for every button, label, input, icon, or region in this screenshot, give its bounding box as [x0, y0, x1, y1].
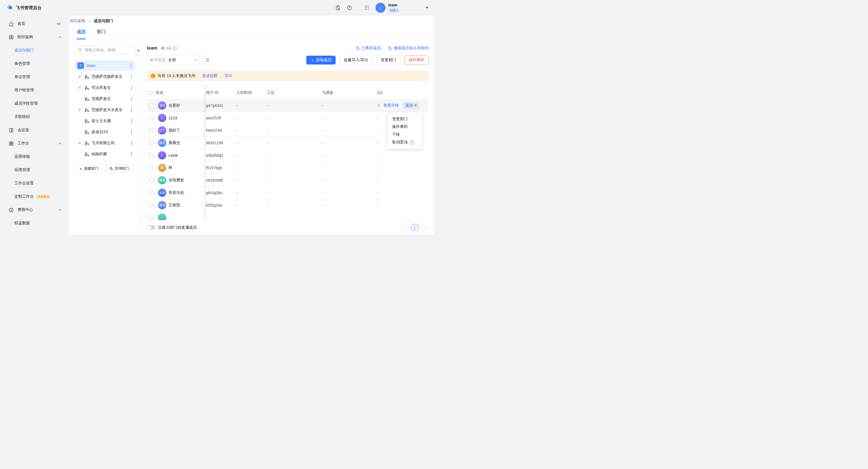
expand-arrow-icon[interactable]	[79, 87, 83, 89]
table-row[interactable]: 更好 会更好 g47g4341 - - - 查看详情 更多	[147, 99, 429, 112]
department-icon	[85, 108, 89, 112]
manage-department-button[interactable]: 管理部门	[105, 164, 133, 173]
table-row[interactable]: LLexie a4bd5dg3----	[147, 149, 429, 162]
row-checkbox[interactable]	[149, 166, 153, 170]
add-member-button[interactable]: ＋添加成员	[306, 56, 336, 65]
more-button[interactable]: 更多	[403, 102, 419, 109]
sidebar-item-member-fields[interactable]: 成员字段管理	[0, 97, 69, 110]
table-row[interactable]: 好了就好了 f46c8749----	[147, 124, 429, 137]
more-actions-icon[interactable]	[130, 74, 133, 80]
more-actions-icon[interactable]	[130, 140, 133, 146]
change-department-button[interactable]: 变更部门	[377, 56, 400, 65]
invite-members-link[interactable]: 邀请成员加入本组织	[388, 46, 429, 51]
tree-item-dept[interactable]: 发送3123	[75, 127, 135, 138]
info-icon[interactable]: i	[173, 46, 177, 51]
column-settings-button[interactable]	[203, 56, 212, 65]
row-checkbox[interactable]	[149, 104, 153, 108]
tree-item-dept[interactable]: 结核杆菌	[75, 149, 135, 160]
table-row[interactable]: 俊凯王俊凯 b5f3g24a----	[147, 199, 429, 211]
row-checkbox[interactable]	[149, 154, 153, 158]
view-detail-link[interactable]: 查看详情	[383, 103, 399, 108]
tree-item-dept[interactable]: 飞书有限公司	[75, 138, 135, 149]
table-row[interactable]: 生的所发生的 g6c4g3bc----	[147, 187, 429, 199]
caret-down-icon	[414, 105, 417, 106]
sidebar-item-cost-center[interactable]: $ 费用中心	[0, 203, 69, 216]
more-actions-icon[interactable]	[130, 85, 133, 91]
department-tree: 范德萨范德萨发生 司法所发生 范德萨发生	[75, 71, 135, 160]
user-menu-caret-icon[interactable]	[426, 7, 429, 8]
tree-item-dept[interactable]: 范德萨发大水发生	[75, 104, 135, 115]
search-input[interactable]	[85, 47, 132, 52]
row-checkbox[interactable]	[149, 129, 153, 133]
tab-departments[interactable]: 部门	[97, 27, 105, 39]
more-actions-icon[interactable]	[130, 118, 133, 124]
sidebar-item-org[interactable]: 组织架构	[0, 30, 69, 44]
row-checkbox[interactable]	[149, 216, 153, 220]
row-checkbox[interactable]	[149, 116, 153, 120]
table-row[interactable]: 林林 f5197bg6----	[147, 162, 429, 174]
more-actions-icon[interactable]	[130, 151, 133, 157]
more-actions-icon[interactable]	[130, 63, 132, 69]
tab-members[interactable]: 成员	[77, 27, 86, 39]
prev-page-button[interactable]	[401, 224, 408, 231]
tree-item-dept[interactable]: 发士大夫撒	[75, 115, 135, 127]
expand-arrow-icon[interactable]	[79, 142, 83, 144]
batch-import-export-button[interactable]: 批量导入/导出	[340, 56, 372, 65]
tree-root-team[interactable]: T team	[75, 60, 135, 71]
sidebar-item-workbench-settings[interactable]: 工作台设置	[0, 177, 69, 190]
tree-item-dept[interactable]: 司法所发生	[75, 82, 135, 93]
more-actions-icon[interactable]	[130, 96, 133, 102]
export-link[interactable]: 导出	[224, 73, 232, 78]
sidebar-item-usergroup-mgmt[interactable]: 用户组管理	[0, 83, 69, 97]
sidebar-item-meeting-rooms[interactable]: 会议室	[0, 124, 69, 137]
row-checkbox[interactable]	[149, 141, 153, 145]
breadcrumb-org[interactable]: 组织架构	[70, 19, 85, 24]
select-all-checkbox[interactable]	[149, 91, 153, 95]
resigned-members-link[interactable]: 已离职成员	[356, 46, 381, 51]
sidebar-item-unit-mgmt[interactable]: 单位管理	[0, 70, 69, 83]
row-checkbox[interactable]	[149, 178, 153, 182]
sidebar-item-workbench[interactable]: 工作台	[0, 137, 69, 150]
apps-grid-icon[interactable]	[364, 5, 370, 11]
row-checkbox[interactable]	[149, 191, 153, 195]
row-checkbox[interactable]	[149, 203, 153, 207]
menu-item-unpin[interactable]: 取消置顶 i	[388, 138, 422, 146]
table-row[interactable]: 11213 aee252ff----	[147, 112, 429, 124]
tree-item-dept[interactable]: 范德萨范德萨发生	[75, 71, 135, 82]
tree-item-dept[interactable]: 范德萨发生	[75, 93, 135, 104]
menu-item-resign[interactable]: 操作离职	[388, 123, 422, 131]
sidebar-item-members-depts[interactable]: 成员与部门	[0, 44, 69, 57]
sidebar-item-app-review[interactable]: 应用审核	[0, 150, 69, 163]
menu-item-change-dept[interactable]: 变更部门	[388, 115, 422, 123]
sidebar-item-benefit-data[interactable]: 权益数据	[0, 216, 69, 230]
home-icon	[8, 21, 14, 27]
sidebar-item-custom-workbench[interactable]: 定制工作台 增值版本	[0, 190, 69, 203]
person-plus-icon	[388, 46, 392, 51]
avatar: 俊凯	[158, 201, 166, 209]
send-reminder-link[interactable]: 发送提醒	[202, 73, 218, 78]
sidebar-item-billing[interactable]: 费用账单	[0, 230, 69, 234]
next-page-button[interactable]	[422, 224, 429, 231]
sidebar-item-home[interactable]: 首页	[0, 17, 69, 30]
more-actions-icon[interactable]	[130, 129, 133, 135]
collapse-tree-handle[interactable]	[135, 46, 141, 55]
sidebar-item-app-mgmt[interactable]: 应用管理	[0, 163, 69, 177]
sidebar-collapse-icon[interactable]	[56, 21, 61, 26]
account-status-select[interactable]: 帐号状态 全部	[147, 56, 199, 65]
user-menu[interactable]: L team 创建人	[375, 3, 400, 13]
new-department-button[interactable]: ＋ 新建部门	[75, 164, 102, 173]
sidebar-item-linked-org[interactable]: 关联组织	[0, 110, 69, 124]
help-icon[interactable]	[346, 5, 352, 11]
more-actions-icon[interactable]	[130, 107, 133, 113]
audit-log-icon[interactable]	[335, 5, 341, 11]
sidebar-item-role-mgmt[interactable]: 角色管理	[0, 57, 69, 70]
expand-arrow-icon[interactable]	[79, 75, 83, 78]
resign-button[interactable]: 操作离职	[405, 56, 429, 65]
table-row[interactable]: 费发水电费发 261bc8d8----	[147, 174, 429, 187]
table-row[interactable]: 极光看极光 db331298----	[147, 137, 429, 149]
direct-members-toggle[interactable]	[147, 225, 155, 230]
page-number[interactable]: 1	[411, 224, 418, 231]
expand-row-icon[interactable]	[376, 104, 379, 107]
expand-arrow-icon[interactable]	[79, 109, 83, 111]
menu-item-move-down[interactable]: 下移	[388, 131, 422, 138]
